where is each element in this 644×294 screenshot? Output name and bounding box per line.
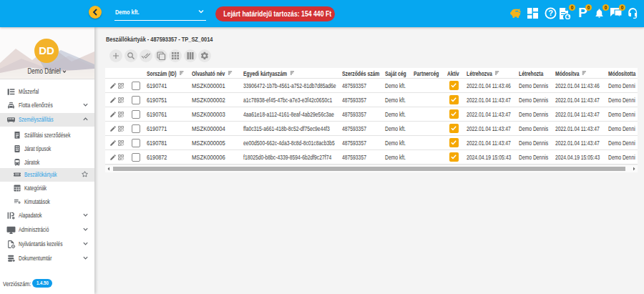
svg-text:?: ? <box>548 9 553 17</box>
